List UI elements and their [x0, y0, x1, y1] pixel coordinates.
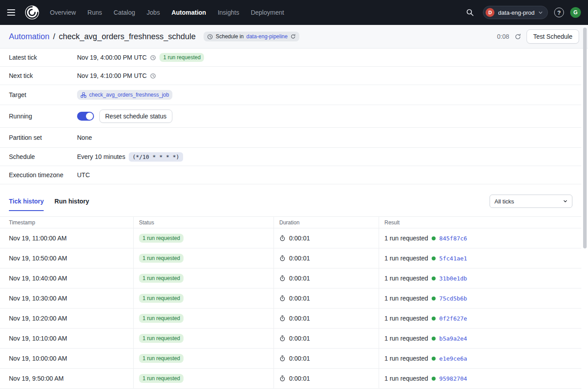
status-badge: 1 run requested — [139, 354, 184, 363]
detail-label-timezone: Execution timezone — [9, 171, 77, 179]
tick-duration-cell: 0:00:01 — [274, 248, 379, 268]
tick-duration-cell: 0:00:01 — [274, 349, 379, 368]
detail-value-next-tick: Nov 19, 4:10:00 PM UTC — [77, 72, 156, 79]
detail-label-latest-tick: Latest tick — [9, 54, 77, 61]
run-status-dot — [432, 276, 436, 280]
tick-row: Nov 19, 10:00:00 AM 1 run requested 0:00… — [0, 349, 581, 369]
chevron-down-icon — [538, 10, 543, 15]
menu-button[interactable] — [7, 7, 18, 18]
tab-run-history[interactable]: Run history — [54, 198, 89, 211]
tick-status-cell: 1 run requested — [133, 309, 274, 328]
result-text: 1 run requested — [384, 315, 428, 322]
result-text: 1 run requested — [384, 275, 428, 282]
run-status-dot — [432, 337, 436, 341]
run-id-link[interactable]: 95982704 — [439, 375, 467, 382]
tick-status-cell: 1 run requested — [133, 228, 274, 248]
run-id-link[interactable]: 5fc41ae1 — [439, 255, 467, 262]
run-status-dot — [432, 297, 436, 301]
run-requested-badge: 1 run requested — [159, 53, 204, 62]
code-location-link[interactable]: data-eng-pipeline — [246, 33, 288, 40]
clock-icon — [150, 55, 156, 61]
run-id-link[interactable]: 31b0e1db — [439, 275, 467, 282]
app-root: Overview Runs Catalog Jobs Automation In… — [0, 0, 588, 390]
detail-value-latest-tick: Nov 19, 4:00:00 PM UTC 1 run requested — [77, 53, 204, 62]
col-header-result: Result — [379, 217, 581, 228]
nav-item-deployment[interactable]: Deployment — [251, 9, 284, 16]
stopwatch-icon — [279, 255, 286, 261]
hamburger-icon — [7, 9, 15, 10]
tick-status-cell: 1 run requested — [133, 268, 274, 288]
run-status-dot — [432, 236, 436, 240]
tick-duration-cell: 0:00:01 — [274, 228, 379, 248]
nav-item-jobs[interactable]: Jobs — [147, 9, 160, 16]
tick-timestamp: Nov 19, 9:50:00 AM — [0, 369, 133, 388]
tick-duration-cell: 0:00:01 — [274, 329, 379, 348]
tab-tick-history[interactable]: Tick history — [9, 198, 44, 211]
help-button[interactable]: ? — [554, 8, 564, 17]
reload-icon[interactable] — [290, 34, 296, 39]
search-button[interactable] — [463, 6, 477, 19]
tick-status-cell: 1 run requested — [133, 329, 274, 348]
reset-schedule-status-button[interactable]: Reset schedule status — [99, 110, 172, 123]
schedule-location-badge: Schedule in data-eng-pipeline — [204, 32, 299, 41]
tick-duration-cell: 0:00:01 — [274, 309, 379, 328]
detail-value-partition-set: None — [77, 134, 92, 141]
clock-icon — [207, 34, 213, 40]
tick-duration: 0:00:01 — [289, 255, 310, 262]
detail-row-target: Target check_avg_orders_freshness_job — [0, 85, 581, 105]
tick-status-cell: 1 run requested — [133, 349, 274, 368]
test-schedule-button[interactable]: Test Schedule — [527, 29, 579, 44]
tick-result-cell: 1 run requested 31b0e1db — [379, 268, 581, 288]
detail-value-running: Reset schedule status — [77, 110, 172, 123]
running-toggle[interactable] — [77, 112, 94, 121]
result-text: 1 run requested — [384, 375, 428, 382]
detail-value-timezone: UTC — [77, 171, 90, 179]
status-badge: 1 run requested — [139, 334, 184, 343]
main-nav: Overview Runs Catalog Jobs Automation In… — [50, 9, 284, 16]
history-tabs: Tick history Run history — [9, 191, 89, 211]
page-title: check_avg_orders_freshness_schdule — [59, 32, 196, 41]
question-mark-icon: ? — [557, 9, 561, 16]
tick-row: Nov 19, 10:50:00 AM 1 run requested 0:00… — [0, 248, 581, 268]
tick-duration: 0:00:01 — [289, 275, 310, 282]
tick-timestamp: Nov 19, 10:50:00 AM — [0, 248, 133, 268]
dagster-logo[interactable] — [24, 4, 40, 20]
nav-item-catalog[interactable]: Catalog — [114, 9, 135, 16]
result-text: 1 run requested — [384, 335, 428, 342]
job-icon — [81, 92, 86, 98]
tick-row: Nov 19, 10:30:00 AM 1 run requested 0:00… — [0, 288, 581, 309]
status-badge: 1 run requested — [139, 294, 184, 303]
nav-item-insights[interactable]: Insights — [218, 9, 239, 16]
detail-row-latest-tick: Latest tick Nov 19, 4:00:00 PM UTC 1 run… — [0, 49, 581, 67]
run-id-link[interactable]: 845f87c6 — [439, 235, 467, 242]
latest-tick-time: Nov 19, 4:00:00 PM UTC — [77, 54, 147, 61]
tick-result-cell: 1 run requested b5a9a2e4 — [379, 329, 581, 348]
tick-duration: 0:00:01 — [289, 295, 310, 302]
run-id-link[interactable]: 0f2f627e — [439, 315, 467, 322]
col-header-duration: Duration — [274, 217, 379, 228]
run-status-dot — [432, 256, 436, 260]
tick-filter-select[interactable]: All ticks — [490, 195, 572, 208]
result-text: 1 run requested — [384, 255, 428, 262]
detail-row-timezone: Execution timezone UTC — [0, 166, 581, 184]
status-badge: 1 run requested — [139, 254, 184, 263]
refresh-icon[interactable] — [514, 33, 521, 40]
scrollbar[interactable] — [583, 28, 587, 248]
status-badge: 1 run requested — [139, 374, 184, 383]
col-header-timestamp: Timestamp — [0, 217, 133, 228]
breadcrumb-automation-link[interactable]: Automation — [9, 32, 49, 41]
schedule-interval-text: Every 10 minutes — [77, 153, 125, 160]
clock-icon — [150, 73, 156, 79]
run-id-link[interactable]: 75cd5b6b — [439, 295, 467, 302]
user-avatar[interactable]: G — [570, 7, 581, 18]
run-id-link[interactable]: b5a9a2e4 — [439, 335, 467, 342]
tick-result-cell: 1 run requested e1e9ce6a — [379, 349, 581, 368]
run-id-link[interactable]: e1e9ce6a — [439, 355, 467, 362]
tick-duration: 0:00:01 — [289, 315, 310, 322]
nav-item-runs[interactable]: Runs — [87, 9, 102, 16]
nav-item-overview[interactable]: Overview — [50, 9, 76, 16]
deployment-switcher[interactable]: D data-eng-prod — [483, 6, 548, 19]
nav-item-automation[interactable]: Automation — [172, 9, 206, 16]
result-text: 1 run requested — [384, 295, 428, 302]
target-job-link[interactable]: check_avg_orders_freshness_job — [77, 90, 172, 100]
